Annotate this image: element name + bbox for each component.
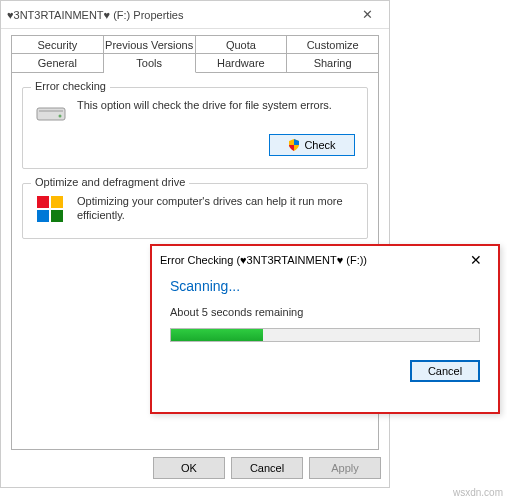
tab-sharing[interactable]: Sharing — [287, 53, 379, 73]
window-title: ♥3NT3RTAINMENT♥ (F:) Properties — [7, 9, 351, 21]
shield-icon — [288, 139, 300, 151]
tab-previous-versions[interactable]: Previous Versions — [104, 35, 196, 54]
svg-rect-4 — [51, 196, 63, 208]
error-checking-label: Error checking — [31, 80, 110, 92]
svg-rect-1 — [39, 110, 63, 112]
defrag-label: Optimize and defragment drive — [31, 176, 189, 188]
apply-button[interactable]: Apply — [309, 457, 381, 479]
close-icon[interactable]: ✕ — [351, 7, 383, 22]
defrag-group: Optimize and defragment drive Optimizing… — [22, 183, 368, 239]
tab-tools[interactable]: Tools — [104, 53, 196, 73]
drive-icon — [35, 102, 67, 124]
progress-bar — [170, 328, 480, 342]
tab-customize[interactable]: Customize — [287, 35, 379, 54]
error-dialog-titlebar: Error Checking (♥3NT3RTAINMENT♥ (F:)) ✕ — [152, 246, 498, 274]
error-dialog-title: Error Checking (♥3NT3RTAINMENT♥ (F:)) — [160, 254, 462, 266]
defrag-text: Optimizing your computer's drives can he… — [77, 194, 355, 223]
tab-quota[interactable]: Quota — [196, 35, 288, 54]
cancel-scan-button[interactable]: Cancel — [410, 360, 480, 382]
tab-hardware[interactable]: Hardware — [196, 53, 288, 73]
scan-status: Scanning... — [170, 278, 480, 294]
error-checking-group: Error checking This option will check th… — [22, 87, 368, 169]
tab-security[interactable]: Security — [11, 35, 104, 54]
svg-rect-3 — [37, 196, 49, 208]
defrag-icon — [35, 194, 67, 226]
svg-rect-5 — [37, 210, 49, 222]
svg-rect-0 — [37, 108, 65, 120]
time-remaining: About 5 seconds remaining — [170, 306, 480, 318]
svg-point-2 — [59, 115, 62, 118]
svg-rect-6 — [51, 210, 63, 222]
ok-button[interactable]: OK — [153, 457, 225, 479]
progress-fill — [171, 329, 263, 341]
check-button[interactable]: Check — [269, 134, 355, 156]
tab-general[interactable]: General — [11, 53, 104, 73]
error-checking-text: This option will check the drive for fil… — [77, 98, 355, 112]
check-button-label: Check — [304, 139, 335, 151]
close-icon[interactable]: ✕ — [462, 252, 490, 268]
cancel-button[interactable]: Cancel — [231, 457, 303, 479]
error-checking-dialog: Error Checking (♥3NT3RTAINMENT♥ (F:)) ✕ … — [150, 244, 500, 414]
dialog-buttons: OK Cancel Apply — [153, 457, 381, 479]
watermark: wsxdn.com — [453, 487, 503, 498]
title-bar: ♥3NT3RTAINMENT♥ (F:) Properties ✕ — [1, 1, 389, 29]
